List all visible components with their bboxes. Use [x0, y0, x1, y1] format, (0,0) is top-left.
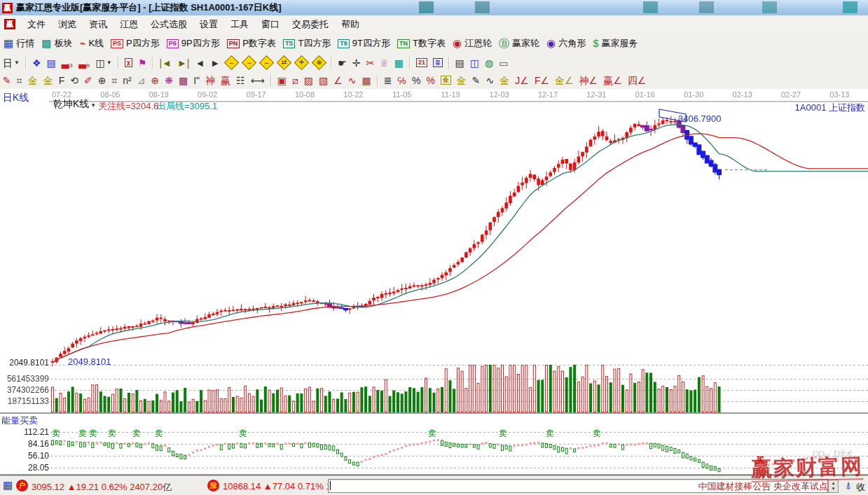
- menu-item-4[interactable]: 公式选股: [144, 16, 193, 33]
- tool-shen-grid[interactable]: 神: [202, 74, 218, 88]
- tool-trend-angle[interactable]: ∠: [331, 74, 345, 88]
- tool-four-angle[interactable]: 四∠: [625, 74, 649, 88]
- tool-grid-dense[interactable]: ▦: [359, 74, 374, 88]
- center-button[interactable]: ✛: [294, 55, 309, 70]
- menu-item-7[interactable]: 窗口: [255, 16, 286, 33]
- menu-item-5[interactable]: 设置: [193, 16, 224, 33]
- calculator-button[interactable]: ≣: [430, 57, 446, 68]
- tool-pen[interactable]: ✎: [0, 74, 14, 88]
- menu-item-8[interactable]: 交易委托: [286, 16, 335, 33]
- winner-service-button[interactable]: $赢家服务: [589, 36, 641, 50]
- tool-win-angle[interactable]: 赢∠: [600, 74, 625, 88]
- menu-item-1[interactable]: 浏览: [52, 16, 83, 33]
- tool-ruler[interactable]: ☷: [233, 74, 248, 88]
- tool-gold-line[interactable]: 金: [454, 74, 469, 88]
- ninet-square-button[interactable]: T99T四方形: [334, 36, 394, 50]
- pan-hand-button[interactable]: ☛: [335, 56, 350, 70]
- tool-width-arrow[interactable]: ⟷: [248, 74, 268, 88]
- news-spinner[interactable]: ▲▼: [828, 480, 839, 493]
- tool-brush[interactable]: ✐: [81, 74, 95, 88]
- tool-angle-mirror[interactable]: ⊿: [135, 74, 149, 88]
- next-button[interactable]: ►: [207, 56, 223, 70]
- menu-item-2[interactable]: 资讯: [83, 16, 113, 33]
- tool-grid[interactable]: ⌗: [14, 74, 25, 88]
- prev-button[interactable]: ◄: [192, 56, 207, 70]
- tool-gold-grid1[interactable]: 金: [25, 74, 41, 88]
- save-button[interactable]: ◫: [467, 56, 482, 70]
- report-button[interactable]: ▤: [453, 56, 467, 70]
- calendar-button[interactable]: 21: [413, 57, 430, 68]
- tool-f-angle[interactable]: F∠: [532, 74, 552, 88]
- title-bar[interactable]: 赢 赢家江恩专业版[赢家服务平台] - [上证指数 SH1A0001-167日K…: [0, 0, 868, 16]
- tool-gold-line2[interactable]: 金: [497, 74, 512, 88]
- tool-fan-lines[interactable]: ⧄: [289, 74, 301, 88]
- quotes-grid-icon[interactable]: ▦: [3, 479, 13, 491]
- tool-spiral[interactable]: ⟲: [67, 74, 81, 88]
- sell-signal-label: 卖: [108, 428, 116, 440]
- ninep-square-button[interactable]: P99P四方形: [163, 36, 223, 50]
- tool-dense-grid[interactable]: ⌗: [109, 74, 120, 88]
- tool-rect[interactable]: ▣: [275, 74, 289, 88]
- bars3-icon[interactable]: ▃₃: [59, 56, 76, 70]
- kline-chart-canvas[interactable]: [0, 89, 868, 475]
- t-number-table-button[interactable]: TNT数字表: [394, 36, 449, 50]
- winner-wheel-button[interactable]: Ⓑ赢家轮: [495, 36, 543, 50]
- notes-icon[interactable]: ▤: [43, 56, 58, 70]
- hexagon-button[interactable]: ◉六角形: [543, 36, 589, 50]
- quotes-button[interactable]: ▦行情: [0, 36, 38, 50]
- kline-button[interactable]: ⌁K线: [76, 36, 107, 50]
- tool-gann-crosshair[interactable]: ⊕: [148, 74, 162, 88]
- zoom-left-button[interactable]: ←: [224, 55, 239, 70]
- winner-service-icon: $: [593, 37, 598, 50]
- kline-type-dropdown[interactable]: 乾坤K线▼: [53, 98, 96, 111]
- expand-button[interactable]: ↔: [259, 55, 274, 70]
- tool-spiderweb2[interactable]: ▩: [176, 74, 191, 88]
- tool-wave-a[interactable]: ∿: [483, 74, 497, 88]
- tool-box-pattern1[interactable]: ▨: [301, 74, 316, 88]
- menu-item-0[interactable]: 文件: [21, 16, 52, 33]
- gann-hat-button[interactable]: ♕: [377, 56, 392, 70]
- tool-percent-line[interactable]: %: [423, 74, 437, 88]
- winner-brain-button[interactable]: ▦: [392, 56, 406, 70]
- gann-web-icon[interactable]: ❖: [29, 56, 44, 70]
- tool-n-square[interactable]: n²: [120, 74, 134, 88]
- web-button[interactable]: ◍: [482, 56, 496, 70]
- bars9-icon[interactable]: ▃₉: [76, 56, 92, 70]
- gann-wheel-button[interactable]: ◉江恩轮: [449, 36, 495, 50]
- tool-f-grid[interactable]: F: [56, 74, 68, 88]
- gann-box-icon[interactable]: χ: [122, 57, 135, 68]
- tool-shen-angle[interactable]: 神∠: [577, 74, 601, 88]
- tool-price-steps[interactable]: ≣: [381, 74, 395, 88]
- tool-spiderweb1[interactable]: ❋: [162, 74, 176, 88]
- menu-item-9[interactable]: 帮助: [335, 16, 366, 33]
- p-number-table-button[interactable]: PNP数字表: [223, 36, 280, 50]
- candle-period-button[interactable]: 日▼: [0, 56, 22, 70]
- first-page-button[interactable]: |◄: [156, 56, 174, 70]
- tool-wave[interactable]: ∿: [345, 74, 359, 88]
- tool-percent-box[interactable]: ℅: [395, 74, 409, 88]
- color-flag-icon[interactable]: ⚑: [135, 56, 150, 70]
- candle-tool-icon[interactable]: ◫▼: [93, 56, 115, 70]
- t-square-button[interactable]: TST四方形: [280, 36, 334, 50]
- tool-time-marks[interactable]: I": [191, 74, 202, 88]
- tool-gold-circle[interactable]: 金: [438, 75, 454, 85]
- tool-gold-grid2[interactable]: 金: [41, 74, 56, 88]
- p-square-button[interactable]: PSP四方形: [107, 36, 163, 50]
- measure-button[interactable]: ✂: [363, 56, 377, 70]
- menu-item-6[interactable]: 工具: [224, 16, 255, 33]
- tool-box-pattern2[interactable]: ▧: [316, 74, 331, 88]
- tool-percent[interactable]: %: [409, 74, 423, 88]
- tool-pen2[interactable]: ✎: [469, 74, 483, 88]
- compress-button[interactable]: ⇄: [277, 55, 291, 70]
- tool-j-angle[interactable]: J∠: [512, 74, 532, 88]
- last-page-button[interactable]: ►|: [174, 56, 193, 70]
- menu-item-3[interactable]: 江恩: [113, 16, 144, 33]
- print-button[interactable]: ▭: [496, 56, 511, 70]
- crosshair-button[interactable]: ✛: [350, 56, 364, 70]
- zoom-all-button[interactable]: ⊕: [312, 55, 326, 70]
- tool-circle-grid[interactable]: ⊕: [95, 74, 109, 88]
- sectors-button[interactable]: ▩板块: [38, 36, 76, 50]
- tool-win-grid[interactable]: 赢: [218, 74, 233, 88]
- zoom-right-button[interactable]: →: [242, 55, 256, 70]
- tool-gold-angle[interactable]: 金∠: [552, 74, 577, 88]
